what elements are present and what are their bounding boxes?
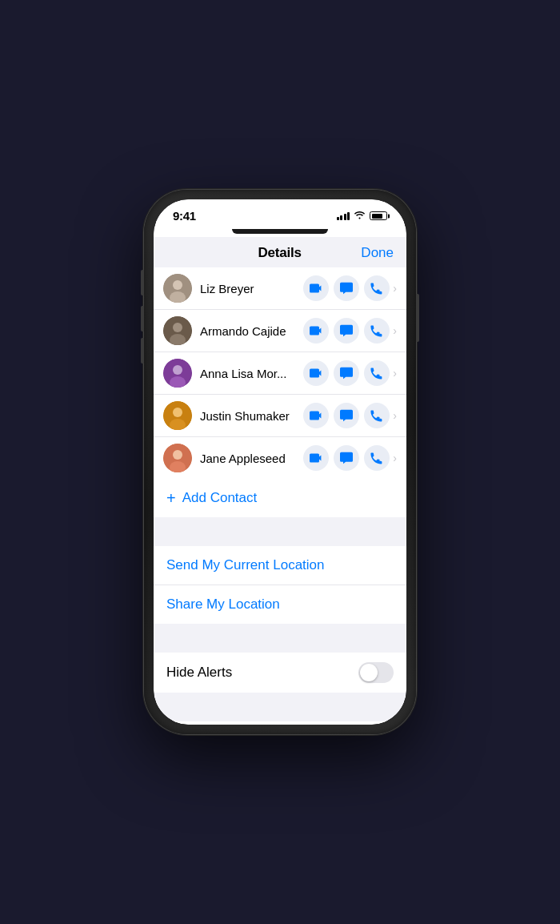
hide-alerts-section: Hide Alerts [154, 653, 406, 693]
nav-title: Details [258, 245, 302, 261]
hide-alerts-row: Hide Alerts [154, 653, 406, 693]
notch [232, 229, 328, 234]
status-icons [337, 211, 388, 222]
contact-name-anna: Anna Lisa Mor... [200, 367, 303, 380]
contact-row-liz[interactable]: Liz Breyer › [154, 267, 406, 310]
signal-bars-icon [337, 212, 350, 220]
contacts-section: Liz Breyer › [154, 267, 406, 479]
contact-name-liz: Liz Breyer [200, 282, 303, 295]
hide-alerts-toggle[interactable] [358, 662, 394, 683]
screen: 9:41 [154, 199, 406, 725]
message-button-armando[interactable] [334, 318, 359, 343]
video-button-justin[interactable] [303, 403, 329, 428]
message-button-anna[interactable] [334, 360, 359, 386]
chevron-liz: › [393, 282, 397, 295]
leave-row[interactable]: Leave this Conversation [154, 721, 406, 725]
video-button-jane[interactable] [303, 445, 329, 471]
message-button-jane[interactable] [334, 445, 359, 471]
message-button-liz[interactable] [334, 275, 359, 301]
phone-button-armando[interactable] [364, 318, 390, 343]
video-button-liz[interactable] [303, 275, 329, 301]
avatar-jane [163, 444, 192, 472]
share-location-row[interactable]: Share My Location [154, 585, 406, 624]
video-button-armando[interactable] [303, 318, 329, 343]
notch-area [154, 227, 406, 237]
status-bar: 9:41 [154, 199, 406, 227]
action-buttons-liz [303, 275, 390, 301]
svg-point-1 [173, 280, 182, 290]
action-buttons-armando [303, 318, 390, 343]
contact-row-jane[interactable]: Jane Appleseed › [154, 437, 406, 479]
add-icon: + [166, 490, 176, 506]
battery-icon [370, 211, 387, 220]
svg-point-13 [173, 450, 182, 460]
avatar-anna [163, 359, 192, 388]
avatar-liz [163, 274, 192, 303]
action-buttons-justin [303, 403, 390, 428]
wifi-icon [354, 211, 366, 222]
video-button-anna[interactable] [303, 360, 329, 386]
svg-point-10 [173, 408, 182, 417]
section-separator-3 [154, 693, 406, 721]
phone-button-justin[interactable] [364, 403, 390, 428]
contact-name-justin: Justin Shumaker [200, 409, 303, 423]
add-contact-row[interactable]: + Add Contact [154, 479, 406, 517]
hide-alerts-label: Hide Alerts [166, 665, 232, 681]
message-button-justin[interactable] [334, 403, 359, 428]
contact-name-jane: Jane Appleseed [200, 452, 303, 465]
avatar-armando [163, 316, 192, 345]
add-contact-label: Add Contact [182, 490, 258, 506]
phone-button-jane[interactable] [364, 445, 390, 471]
section-separator-2 [154, 624, 406, 653]
status-time: 9:41 [173, 209, 196, 223]
chevron-justin: › [393, 409, 397, 422]
phone-inner: 9:41 [154, 199, 406, 725]
send-location-label: Send My Current Location [166, 557, 325, 572]
chevron-jane: › [393, 452, 397, 464]
contact-row-anna[interactable]: Anna Lisa Mor... › [154, 352, 406, 395]
phone-frame: 9:41 [144, 190, 416, 734]
location-section: Send My Current Location Share My Locati… [154, 546, 406, 624]
svg-point-4 [173, 323, 182, 332]
contact-name-armando: Armando Cajide [200, 324, 303, 338]
toggle-knob [360, 664, 378, 681]
action-buttons-anna [303, 360, 390, 386]
nav-bar: Details Done [154, 237, 406, 267]
content-scroll[interactable]: Liz Breyer › [154, 267, 406, 725]
chevron-armando: › [393, 324, 397, 337]
send-location-row[interactable]: Send My Current Location [154, 546, 406, 585]
action-buttons-jane [303, 445, 390, 471]
share-location-label: Share My Location [166, 597, 280, 612]
avatar-justin [163, 401, 192, 430]
contact-row-justin[interactable]: Justin Shumaker › [154, 395, 406, 437]
done-button[interactable]: Done [361, 245, 394, 261]
section-separator-1 [154, 517, 406, 546]
phone-button-liz[interactable] [364, 275, 390, 301]
phone-button-anna[interactable] [364, 360, 390, 386]
contact-row-armando[interactable]: Armando Cajide › [154, 310, 406, 352]
leave-section: Leave this Conversation [154, 721, 406, 725]
chevron-anna: › [393, 367, 397, 380]
svg-point-7 [173, 365, 182, 375]
